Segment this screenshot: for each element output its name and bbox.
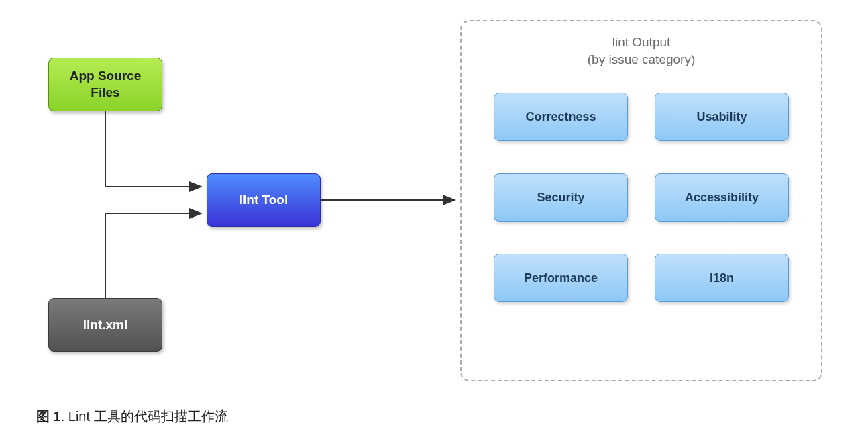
node-app-source-files-label: App SourceFiles: [70, 68, 142, 101]
category-correctness: Correctness: [494, 93, 628, 141]
output-title: lint Output (by issue category): [462, 34, 821, 68]
category-usability: Usability: [655, 93, 789, 141]
category-accessibility-label: Accessibility: [685, 191, 759, 205]
category-security: Security: [494, 173, 628, 222]
node-lint-tool: lint Tool: [207, 173, 321, 227]
node-lint-tool-label: lint Tool: [239, 193, 288, 207]
category-performance-label: Performance: [524, 271, 598, 285]
category-correctness-label: Correctness: [525, 110, 596, 124]
figure-caption: 图 1. Lint 工具的代码扫描工作流: [36, 407, 228, 426]
arrow-xml-to-tool: [105, 213, 201, 298]
arrow-app-to-tool: [105, 111, 201, 187]
diagram-canvas: App SourceFiles lint.xml lint Tool lint …: [0, 0, 868, 435]
node-lint-xml-label: lint.xml: [83, 318, 128, 332]
figure-caption-text: . Lint 工具的代码扫描工作流: [61, 409, 228, 424]
output-title-line2: (by issue category): [588, 52, 696, 66]
node-lint-xml: lint.xml: [48, 298, 162, 352]
category-i18n-label: I18n: [710, 271, 734, 285]
node-app-source-files: App SourceFiles: [48, 58, 162, 111]
output-grid: Correctness Usability Security Accessibi…: [494, 93, 789, 302]
figure-caption-prefix: 图 1: [36, 409, 61, 424]
category-i18n: I18n: [655, 254, 789, 302]
category-accessibility: Accessibility: [655, 173, 789, 222]
category-security-label: Security: [537, 191, 584, 205]
category-performance: Performance: [494, 254, 628, 302]
output-title-line1: lint Output: [612, 35, 671, 49]
category-usability-label: Usability: [696, 110, 747, 124]
